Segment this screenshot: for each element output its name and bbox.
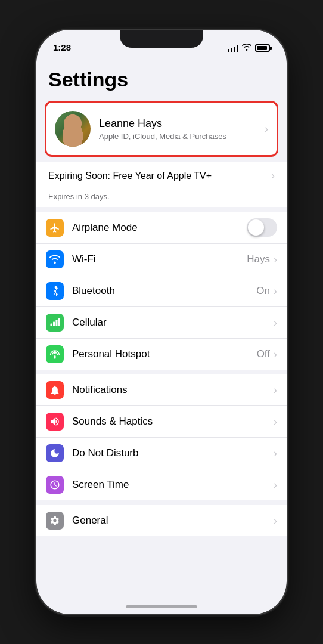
avatar — [55, 111, 91, 147]
general-chevron: › — [274, 515, 277, 527]
cellular-label: Cellular — [72, 317, 274, 329]
notifications-row[interactable]: Notifications › — [36, 374, 287, 406]
content-scroll[interactable]: Settings Leanne Hays Apple ID, iCloud, M… — [36, 56, 287, 614]
notifications-label: Notifications — [72, 384, 274, 396]
status-time: 1:28 — [53, 42, 71, 52]
expiring-row[interactable]: Expiring Soon: Free Year of Apple TV+ › — [36, 162, 287, 190]
bluetooth-value: On — [256, 285, 270, 297]
personal-hotspot-chevron: › — [274, 348, 277, 361]
personal-hotspot-row[interactable]: Personal Hotspot Off › — [36, 339, 287, 370]
sounds-row[interactable]: Sounds & Haptics › — [36, 406, 287, 438]
page-title: Settings — [36, 61, 287, 101]
personal-hotspot-icon — [46, 345, 64, 363]
cellular-chevron: › — [274, 317, 277, 329]
personal-hotspot-label: Personal Hotspot — [72, 348, 257, 360]
general-row[interactable]: General › — [36, 505, 287, 536]
airplane-mode-icon — [46, 219, 64, 237]
home-indicator — [126, 605, 197, 608]
connectivity-section: Airplane Mode Wi-Fi Hays — [36, 212, 287, 370]
notifications-chevron: › — [274, 384, 277, 397]
profile-card[interactable]: Leanne Hays Apple ID, iCloud, Media & Pu… — [45, 101, 278, 157]
cellular-row[interactable]: Cellular › — [36, 307, 287, 339]
cellular-icon — [46, 314, 64, 332]
svg-rect-1 — [53, 322, 55, 327]
svg-rect-0 — [51, 324, 52, 327]
bluetooth-row[interactable]: Bluetooth On › — [36, 275, 287, 307]
expiring-text: Expiring Soon: Free Year of Apple TV+ — [48, 171, 212, 181]
screen-time-label: Screen Time — [72, 479, 274, 491]
expires-note: Expires in 3 days. — [36, 190, 287, 207]
svg-rect-2 — [56, 320, 58, 327]
notch — [120, 30, 203, 48]
screen-time-icon — [46, 476, 64, 494]
personal-hotspot-value: Off — [257, 348, 270, 360]
profile-card-wrapper: Leanne Hays Apple ID, iCloud, Media & Pu… — [36, 101, 287, 157]
notifications-section: Notifications › Sounds & Haptics › — [36, 374, 287, 500]
airplane-mode-label: Airplane Mode — [72, 222, 247, 234]
status-icons — [228, 44, 270, 52]
wifi-chevron: › — [274, 253, 277, 266]
general-icon — [46, 512, 64, 530]
expiring-chevron: › — [271, 169, 275, 182]
do-not-disturb-label: Do Not Disturb — [72, 447, 274, 459]
screen-time-row[interactable]: Screen Time › — [36, 469, 287, 500]
svg-rect-5 — [54, 355, 56, 358]
airplane-mode-row[interactable]: Airplane Mode — [36, 212, 287, 244]
do-not-disturb-chevron: › — [274, 447, 277, 460]
wifi-value: Hays — [247, 253, 270, 265]
wifi-status-icon — [242, 44, 251, 52]
notifications-icon — [46, 381, 64, 399]
expiring-section: Expiring Soon: Free Year of Apple TV+ › … — [36, 162, 287, 207]
bluetooth-label: Bluetooth — [72, 285, 256, 297]
general-label: General — [72, 515, 274, 527]
sounds-icon — [46, 413, 64, 431]
wifi-icon — [46, 250, 64, 268]
bluetooth-icon — [46, 282, 64, 300]
airplane-mode-toggle[interactable] — [247, 218, 277, 237]
screen-time-chevron: › — [274, 479, 277, 491]
do-not-disturb-icon — [46, 444, 64, 462]
sounds-chevron: › — [274, 416, 277, 428]
signal-icon — [228, 45, 238, 52]
svg-rect-3 — [58, 318, 60, 327]
screen: 1:28 — [36, 30, 287, 614]
wifi-label: Wi-Fi — [72, 253, 247, 265]
general-section: General › — [36, 505, 287, 536]
wifi-row[interactable]: Wi-Fi Hays › — [36, 244, 287, 275]
profile-subtitle: Apple ID, iCloud, Media & Purchases — [99, 132, 265, 141]
bluetooth-chevron: › — [274, 285, 277, 298]
profile-chevron: › — [265, 123, 268, 135]
profile-name: Leanne Hays — [99, 117, 265, 130]
phone-frame: 1:28 — [36, 30, 287, 614]
profile-info: Leanne Hays Apple ID, iCloud, Media & Pu… — [99, 117, 265, 141]
sounds-label: Sounds & Haptics — [72, 416, 274, 428]
do-not-disturb-row[interactable]: Do Not Disturb › — [36, 438, 287, 469]
battery-icon — [255, 44, 270, 52]
